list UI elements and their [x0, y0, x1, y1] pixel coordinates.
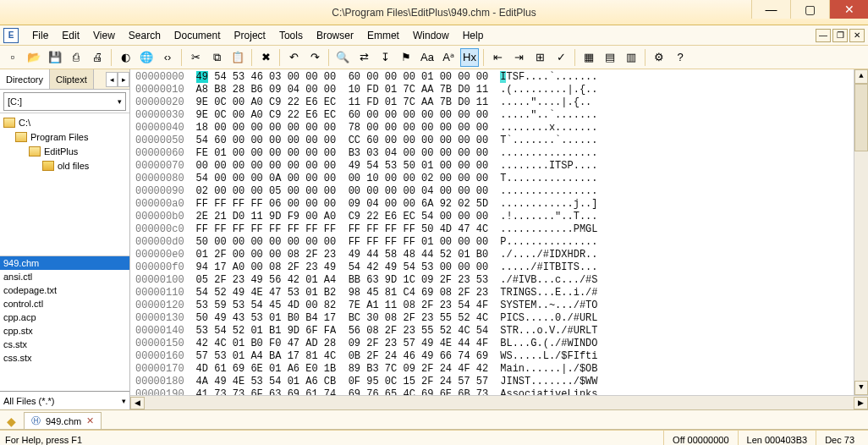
hex-ascii: ...../#ITBITS...	[500, 261, 597, 273]
menu-edit[interactable]: Edit	[55, 28, 86, 43]
scroll-up-icon[interactable]: ▲	[854, 69, 868, 84]
hex-bytes: 54 00 00 00 0A 00 00 00 00 10 00 00 02 0…	[196, 173, 489, 184]
hex-row: 000001704D 61 69 6E 01 A6 E0 1B 89 B3 7C…	[135, 363, 863, 376]
hex-offset: 00000010	[135, 84, 184, 96]
menu-search[interactable]: Search	[122, 28, 168, 43]
file-item[interactable]: css.stx	[0, 351, 129, 365]
hex-row: 0000016057 53 01 A4 BA 17 81 4C 0B 2F 24…	[135, 350, 863, 363]
file-item[interactable]: cpp.acp	[0, 310, 129, 324]
hex-row: 000000a0FF FF FF FF 06 00 00 00 09 04 00…	[135, 198, 863, 211]
doc-tab[interactable]: Ⓗ 949.chm ✕	[24, 412, 102, 429]
code-icon[interactable]: ‹›	[158, 48, 177, 67]
vertical-scrollbar[interactable]: ▲ ▼	[854, 69, 868, 395]
tree-node[interactable]: Program Files	[0, 129, 129, 144]
hex-bytes: 05 2F 23 49 56 42 01 A4 BB 63 9D 1C 09 2…	[196, 274, 489, 286]
menu-view[interactable]: View	[86, 28, 122, 43]
new-file-icon[interactable]: ▫	[3, 48, 22, 67]
file-item[interactable]: control.ctl	[0, 297, 129, 310]
scroll-left-icon[interactable]: ◀	[130, 397, 145, 409]
tab-scroll-right[interactable]: ▸	[118, 72, 129, 87]
maximize-button[interactable]: ▢	[790, 0, 829, 19]
delete-icon[interactable]: ✖	[256, 48, 275, 67]
goto-icon[interactable]: ↧	[376, 48, 394, 67]
menu-document[interactable]: Document	[168, 28, 228, 43]
mdi-restore-button[interactable]: ❐	[832, 29, 848, 42]
hex-bytes: 53 59 53 54 45 4D 00 82 7E A1 11 08 2F 2…	[196, 299, 489, 311]
file-list[interactable]: 949.chmansi.ctlcodepage.txtcontrol.ctlcp…	[0, 256, 129, 391]
browser-icon[interactable]: 🌐	[137, 48, 156, 67]
ruler-icon[interactable]: ⊞	[530, 48, 549, 67]
hex-row: 000000d050 00 00 00 00 00 00 00 FF FF FF…	[135, 236, 863, 249]
hex-bytes: 00 00 00 00 00 00 00 00 49 54 53 50 01 0…	[196, 160, 489, 172]
cut-icon[interactable]: ✂	[186, 48, 205, 67]
menu-emmet[interactable]: Emmet	[360, 28, 406, 43]
replace-icon[interactable]: ⇄	[354, 48, 373, 67]
window-1-icon[interactable]: ▦	[580, 48, 598, 67]
tab-cliptext[interactable]: Cliptext	[50, 69, 94, 89]
hex-offset: 00000070	[135, 160, 184, 172]
file-item[interactable]: cpp.stx	[0, 324, 129, 338]
file-type-selector[interactable]: All Files (*.*) ▾	[0, 391, 129, 409]
redo-icon[interactable]: ↷	[305, 48, 324, 67]
drive-selector[interactable]: [C:] ▾	[3, 92, 126, 111]
directory-tree[interactable]: C:\Program FilesEditPlusold files	[0, 113, 129, 256]
font-icon[interactable]: Aᵃ	[439, 48, 458, 67]
menu-file[interactable]: File	[25, 28, 55, 43]
undo-icon[interactable]: ↶	[284, 48, 303, 67]
scroll-thumb[interactable]	[854, 84, 868, 151]
options-icon[interactable]: ⚙	[650, 48, 668, 67]
help-icon[interactable]: ?	[671, 48, 689, 67]
minimize-button[interactable]: —	[751, 0, 790, 19]
paste-icon[interactable]: 📋	[228, 48, 247, 67]
bookmark-icon[interactable]: ⚑	[397, 48, 415, 67]
file-item[interactable]: cs.stx	[0, 338, 129, 351]
tab-scroll-left[interactable]: ◂	[106, 72, 118, 87]
menu-browser[interactable]: Browser	[310, 28, 360, 43]
menu-help[interactable]: Help	[456, 28, 491, 43]
file-type-label: All Files (*.*)	[3, 396, 55, 406]
window-3-icon[interactable]: ▥	[622, 48, 640, 67]
scroll-right-icon[interactable]: ▶	[854, 397, 868, 409]
preview-icon[interactable]: ◐	[116, 48, 135, 67]
tree-node[interactable]: C:\	[0, 115, 129, 129]
new-doc-icon[interactable]: ◆	[3, 414, 19, 429]
indent-right-icon[interactable]: ⇥	[509, 48, 528, 67]
menu-window[interactable]: Window	[406, 28, 456, 43]
mdi-close-button[interactable]: ✕	[849, 29, 865, 42]
hex-row: 0000015042 4C 01 B0 F0 47 AD 28 09 2F 23…	[135, 338, 863, 350]
hex-row: 0000013050 49 43 53 01 B0 B4 17 BC 30 08…	[135, 312, 863, 325]
hex-row: 000000c0FF FF FF FF FF FF FF FF FF FF FF…	[135, 223, 863, 236]
mdi-buttons: — ❐ ✕	[816, 29, 865, 42]
menu-project[interactable]: Project	[228, 28, 272, 43]
tree-node[interactable]: EditPlus	[0, 144, 129, 158]
window-2-icon[interactable]: ▤	[601, 48, 619, 67]
menu-tools[interactable]: Tools	[272, 28, 310, 43]
case-icon[interactable]: Aa	[418, 48, 437, 67]
tree-label: C:\	[19, 118, 30, 128]
indent-left-icon[interactable]: ⇤	[488, 48, 507, 67]
print-icon[interactable]: 🖨	[88, 48, 107, 67]
doc-tab-close[interactable]: ✕	[86, 415, 94, 426]
horizontal-scrollbar[interactable]: ◀ ▶	[130, 395, 868, 409]
tab-directory[interactable]: Directory	[0, 69, 50, 89]
scroll-down-icon[interactable]: ▼	[854, 381, 868, 395]
hex-ascii: ITSF....`.......	[500, 71, 597, 83]
file-item[interactable]: 949.chm	[0, 256, 129, 270]
spell-icon[interactable]: ✓	[552, 48, 570, 67]
copy-icon[interactable]: ⧉	[207, 48, 226, 67]
save-all-icon[interactable]: ⎙	[67, 48, 85, 67]
save-icon[interactable]: 💾	[46, 48, 64, 67]
find-icon[interactable]: 🔍	[333, 48, 352, 67]
close-button[interactable]: ✕	[829, 0, 868, 19]
file-item[interactable]: codepage.txt	[0, 283, 129, 297]
hex-view[interactable]: ▲ ▼ 0000000049 54 53 46 03 00 00 00 60 0…	[130, 69, 868, 395]
hex-offset: 000000a0	[135, 198, 184, 210]
hex-icon[interactable]: Hx	[460, 48, 479, 67]
open-icon[interactable]: 📂	[25, 48, 43, 67]
file-item[interactable]: ansi.ctl	[0, 270, 129, 283]
hex-ascii: ./..../#IDXHDR..	[500, 249, 597, 261]
mdi-minimize-button[interactable]: —	[816, 29, 831, 42]
hex-row: 0000007000 00 00 00 00 00 00 00 49 54 53…	[135, 160, 863, 173]
tree-node[interactable]: old files	[0, 158, 129, 173]
hex-ascii: T...............	[500, 173, 597, 184]
